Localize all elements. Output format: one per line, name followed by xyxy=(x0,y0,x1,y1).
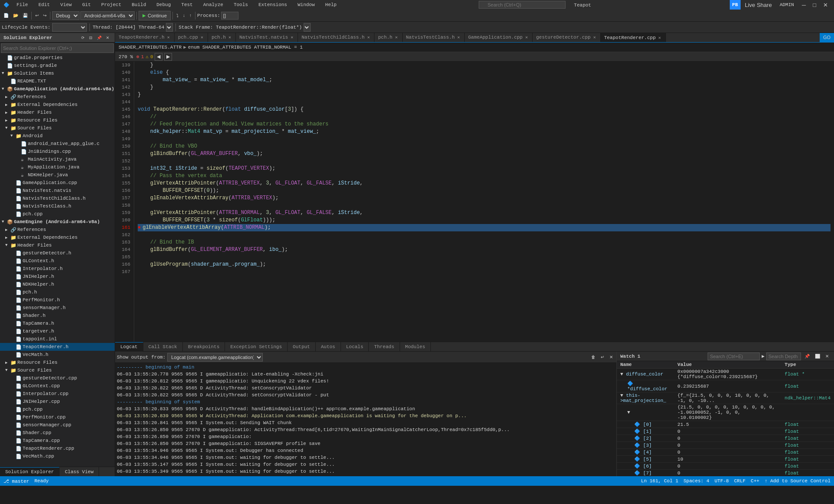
step-into-button[interactable]: ↓ xyxy=(181,11,187,20)
references-folder[interactable]: ▶ 🔗 References xyxy=(0,93,115,101)
list-item[interactable]: 📄 targetver.h xyxy=(0,327,115,335)
ge-source-files[interactable]: ▼ 📁 Source Files xyxy=(0,366,115,374)
tab-close-icon[interactable]: ✕ xyxy=(592,34,597,40)
gameengine-project[interactable]: ▼ 📦 GameEngine (Android-arm64-v8a) xyxy=(0,218,115,226)
list-item[interactable]: 📄 NatvisTestChildClass.h xyxy=(0,194,115,202)
expand-icon[interactable]: ▼ xyxy=(627,410,630,415)
teapotrenderer-h-item[interactable]: 📄 TeapotRenderer.h xyxy=(0,343,115,351)
list-item[interactable]: 📄 NatvisTestClass.h xyxy=(0,202,115,210)
se-pin-btn[interactable]: 📌 xyxy=(95,33,103,43)
solution-items-folder[interactable]: ▼ 📁 Solution Items xyxy=(0,69,115,77)
list-item[interactable]: 📄 settings.gradle xyxy=(0,62,115,69)
tab-close-icon[interactable]: ✕ xyxy=(524,34,529,40)
list-item[interactable]: 📄 TeapotRenderer.cpp xyxy=(0,445,115,452)
undo-button[interactable]: ↩ xyxy=(33,11,40,20)
tab-gesturedetector[interactable]: gestureDetector.cpp ✕ xyxy=(533,33,600,42)
watch-float-btn[interactable]: ⬜ xyxy=(813,352,822,361)
tab-teapotrenderer-cpp[interactable]: TeapotRenderer.cpp ✕ xyxy=(601,33,666,42)
modules-tab[interactable]: Modules xyxy=(400,342,431,352)
list-item[interactable]: 📄 README.TXT xyxy=(0,77,115,85)
table-row[interactable]: 🔷 [6] 0 float xyxy=(617,463,834,470)
header-files-folder[interactable]: ▶ 📁 Header Files xyxy=(0,109,115,116)
watch-search-input[interactable] xyxy=(708,352,760,360)
close-button[interactable]: ✕ xyxy=(821,0,831,10)
go-button[interactable]: GO xyxy=(820,33,834,42)
status-branch[interactable]: ⎇ master xyxy=(3,478,29,484)
list-item[interactable]: 📄 GLContext.cpp xyxy=(0,382,115,390)
list-item[interactable]: 📄 PerfMonitor.cpp xyxy=(0,413,115,421)
extensions-menu[interactable]: Extensions xyxy=(255,0,291,9)
tab-pch-h2[interactable]: pch.h ✕ xyxy=(374,33,402,42)
exception-tab[interactable]: Exception Settings xyxy=(225,342,288,352)
list-item[interactable]: 📄 pch.cpp xyxy=(0,210,115,218)
list-item[interactable]: 📄 NDKHelper.h xyxy=(0,280,115,288)
build-menu[interactable]: Build xyxy=(128,0,149,9)
git-menu[interactable]: Git xyxy=(79,0,94,9)
se-sync-btn[interactable]: ⟳ xyxy=(79,33,86,43)
output-text[interactable]: --------- beginning of main 06-03 13:55:… xyxy=(115,363,616,476)
list-item[interactable]: 📄 JniBindings.cpp xyxy=(0,148,115,155)
tab-close-icon[interactable]: ✕ xyxy=(366,34,371,40)
tab-close-icon[interactable]: ✕ xyxy=(457,34,461,40)
process-input[interactable] xyxy=(221,12,238,20)
expand-icon[interactable]: ▼ xyxy=(620,393,623,398)
watch-close-btn[interactable]: ✕ xyxy=(824,352,831,361)
new-file-button[interactable]: 📄 xyxy=(2,11,10,20)
callstack-tab[interactable]: Call Stack xyxy=(143,342,183,352)
tab-natvisclass[interactable]: NatvisTestClass.h ✕ xyxy=(403,33,465,42)
threads-tab[interactable]: Threads xyxy=(369,342,400,352)
next-error-btn[interactable]: ▶ xyxy=(164,53,172,61)
tab-pch-h[interactable]: pch.h ✕ xyxy=(208,33,236,42)
tab-teapotrenderer-h[interactable]: TeapotRenderer.h ✕ xyxy=(115,33,175,42)
watch-pin-btn[interactable]: 📌 xyxy=(803,352,811,361)
list-item[interactable]: 📄 tappoint.inl xyxy=(0,335,115,343)
continue-button[interactable]: ▶ Continue xyxy=(139,11,171,20)
ge-external-deps[interactable]: ▶ 📁 External Dependencies xyxy=(0,234,115,241)
list-item[interactable]: 📄 Shader.h xyxy=(0,312,115,320)
table-row[interactable]: 🔷 [5] 10 float xyxy=(617,456,834,463)
list-item[interactable]: 📄 JNIHelper.cpp xyxy=(0,398,115,405)
live-share-button[interactable]: Live Share xyxy=(742,0,774,10)
watch-col-value[interactable]: Value xyxy=(674,361,781,369)
table-row[interactable]: 🔷 [2] 0 float xyxy=(617,435,834,442)
debug-menu[interactable]: Debug xyxy=(153,0,174,9)
watch-col-name[interactable]: Name xyxy=(617,361,674,369)
table-row[interactable]: 🔷 [1] 0 float xyxy=(617,428,834,435)
output-source-dropdown[interactable]: Logcat (com.example.gameapplication) xyxy=(167,353,263,362)
list-item[interactable]: ☕ MainActivity.java xyxy=(0,155,115,163)
list-item[interactable]: 📄 VecMath.h xyxy=(0,351,115,359)
list-item[interactable]: 📄 pch.cpp xyxy=(0,405,115,413)
table-row[interactable]: 🔷 [4] 0 float xyxy=(617,449,834,456)
list-item[interactable]: 📄 sensorManager.cpp xyxy=(0,421,115,429)
step-over-button[interactable]: ⤵ xyxy=(175,11,180,20)
list-item[interactable]: 📄 Interpolator.cpp xyxy=(0,390,115,398)
list-item[interactable]: 📄 Shader.cpp xyxy=(0,429,115,437)
android-folder[interactable]: ▼ 📁 Android xyxy=(0,132,115,140)
list-item[interactable]: 📄 NatvisTest.natvis xyxy=(0,187,115,194)
tab-close-icon[interactable]: ✕ xyxy=(394,34,398,40)
list-item[interactable]: 📄 TapCamera.h xyxy=(0,320,115,327)
help-menu[interactable]: Help xyxy=(322,0,340,9)
list-item[interactable]: 📄 gradle.properties xyxy=(0,54,115,62)
list-item[interactable]: ☕ NDKHelper.java xyxy=(0,171,115,179)
view-menu[interactable]: View xyxy=(57,0,75,9)
expand-icon[interactable]: ▼ xyxy=(620,372,623,377)
step-out-button[interactable]: ↑ xyxy=(188,11,193,20)
tab-close-icon[interactable]: ✕ xyxy=(166,34,171,40)
minimize-button[interactable]: ─ xyxy=(799,0,808,10)
watch-content[interactable]: Name Value Type ▼ diffuse_color xyxy=(617,361,834,476)
list-item[interactable]: 📄 GameApplication.cpp xyxy=(0,179,115,187)
save-button[interactable]: 💾 xyxy=(21,11,30,20)
tab-close-icon[interactable]: ✕ xyxy=(290,34,294,40)
search-depth-input[interactable] xyxy=(766,352,801,360)
external-deps-folder[interactable]: ▶ 📁 External Dependencies xyxy=(0,101,115,109)
tab-pch-cpp[interactable]: pch.cpp ✕ xyxy=(175,33,208,42)
stackframe-dropdown[interactable]: ▼ xyxy=(304,23,311,32)
list-item[interactable]: 📄 android_native_app_glue.c xyxy=(0,140,115,148)
tab-close-icon[interactable]: ✕ xyxy=(228,34,232,40)
tab-natvistest[interactable]: NatvisTest.natvis ✕ xyxy=(236,33,298,42)
file-menu[interactable]: File xyxy=(13,0,31,9)
ge-header-files[interactable]: ▼ 📁 Header Files xyxy=(0,241,115,249)
list-item[interactable]: ☕ MyApplication.java xyxy=(0,163,115,171)
lifecycle-dropdown[interactable] xyxy=(52,23,87,32)
